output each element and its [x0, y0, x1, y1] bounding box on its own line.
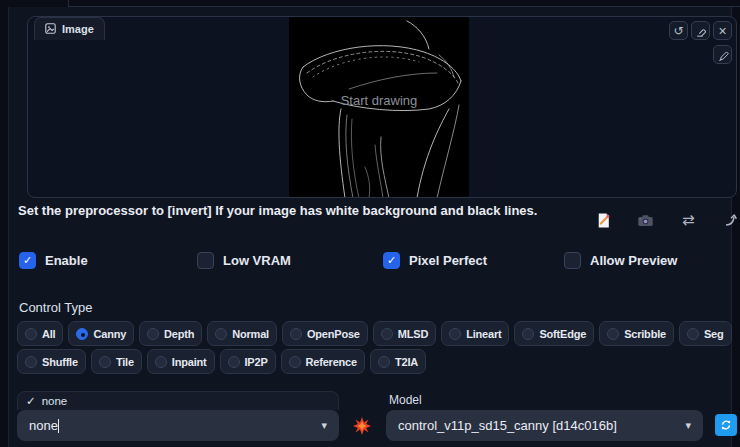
undo-button[interactable]: ↺ [669, 21, 688, 40]
refresh-models-button[interactable] [715, 414, 737, 436]
control-type-lineart[interactable]: Lineart [441, 321, 509, 346]
undo-icon: ↺ [673, 25, 683, 37]
mirror-webcam-button[interactable]: ⇄ [678, 210, 698, 230]
checkbox-allow-preview[interactable]: Allow Preview [564, 252, 677, 269]
radio-icon[interactable] [522, 328, 534, 340]
pixel-perfect-checkbox-box[interactable]: ✓ [383, 252, 400, 269]
enable-label: Enable [45, 253, 88, 268]
pen-icon [717, 49, 729, 61]
pixel-perfect-label: Pixel Perfect [409, 253, 487, 268]
tab-image-label: Image [62, 23, 94, 35]
edit-brush-button[interactable] [713, 45, 732, 64]
webcam-icon [637, 212, 654, 229]
enable-checkbox-box[interactable]: ✓ [19, 252, 36, 269]
control-type-row-2: Shuffle Tile Inpaint IP2P Reference T2IA [17, 349, 426, 374]
model-dropdown[interactable]: control_v11p_sd15_canny [d14c016b] ▾ [386, 410, 703, 441]
check-icon: ✓ [387, 254, 396, 267]
control-type-normal[interactable]: Normal [207, 321, 277, 346]
preprocessor-value: none [29, 418, 58, 433]
control-type-t2ia[interactable]: T2IA [370, 349, 426, 374]
image-component[interactable]: Image [27, 16, 737, 198]
allow-preview-label: Allow Preview [590, 253, 677, 268]
send-dimensions-icon [723, 212, 739, 228]
control-type-tile[interactable]: Tile [91, 349, 142, 374]
control-type-openpose[interactable]: OpenPose [282, 321, 368, 346]
preprocessor-note: Set the preprocessor to [invert] If your… [18, 203, 537, 218]
radio-icon[interactable] [228, 356, 240, 368]
allow-preview-checkbox-box[interactable] [564, 252, 581, 269]
radio-icon[interactable] [25, 356, 37, 368]
image-icon [45, 23, 56, 34]
control-type-shuffle[interactable]: Shuffle [17, 349, 86, 374]
close-button[interactable]: × [713, 21, 732, 40]
control-type-inpaint[interactable]: Inpaint [147, 349, 215, 374]
radio-icon[interactable] [687, 328, 699, 340]
control-type-canny[interactable]: Canny [68, 321, 134, 346]
radio-icon[interactable] [289, 356, 301, 368]
control-type-ip2p[interactable]: IP2P [220, 349, 276, 374]
radio-icon[interactable] [378, 356, 390, 368]
radio-icon[interactable] [155, 356, 167, 368]
control-type-label: Control Type [19, 300, 92, 315]
canvas-toolbar: ↺ × [669, 21, 732, 40]
controlnet-panel: Image [0, 0, 740, 447]
checkbox-pixel-perfect[interactable]: ✓ Pixel Perfect [383, 252, 487, 269]
control-type-depth[interactable]: Depth [139, 321, 202, 346]
send-dimensions-button[interactable] [721, 210, 740, 230]
control-type-scribble[interactable]: Scribble [599, 321, 674, 346]
check-icon: ✓ [26, 394, 36, 408]
drawing-canvas[interactable]: Start drawing [289, 17, 469, 197]
radio-icon[interactable] [99, 356, 111, 368]
radio-icon[interactable] [607, 328, 619, 340]
eraser-button[interactable] [691, 21, 710, 40]
canvas-placeholder: Start drawing [289, 93, 469, 108]
control-type-row-1: All Canny Depth Normal OpenPose MLSD Lin… [17, 321, 732, 346]
webcam-button[interactable] [636, 210, 656, 230]
radio-icon[interactable] [290, 328, 302, 340]
radio-icon[interactable] [449, 328, 461, 340]
close-icon: × [718, 24, 726, 38]
radio-icon[interactable] [147, 328, 159, 340]
preprocessor-status-label: none [42, 395, 68, 407]
radio-checked-icon[interactable] [76, 328, 88, 340]
low-vram-label: Low VRAM [223, 253, 291, 268]
control-type-all[interactable]: All [17, 321, 63, 346]
radio-icon[interactable] [215, 328, 227, 340]
run-preprocessor-button[interactable] [352, 416, 372, 436]
model-value: control_v11p_sd15_canny [d14c016b] [398, 418, 617, 433]
refresh-icon [719, 418, 733, 432]
eraser-icon [695, 25, 707, 37]
control-type-seg[interactable]: Seg [679, 321, 732, 346]
mirror-webcam-icon: ⇄ [682, 211, 695, 229]
check-icon: ✓ [23, 254, 32, 267]
text-cursor [58, 419, 59, 433]
new-canvas-button[interactable] [593, 210, 613, 230]
preprocessor-status: ✓ none [17, 391, 339, 410]
explosion-icon [352, 416, 372, 436]
control-type-reference[interactable]: Reference [281, 349, 365, 374]
note-icon-row: ⇄ [593, 210, 740, 230]
checkbox-low-vram[interactable]: Low VRAM [197, 252, 291, 269]
chevron-down-icon[interactable]: ▾ [685, 419, 691, 432]
radio-icon[interactable] [25, 328, 37, 340]
checkbox-enable[interactable]: ✓ Enable [19, 252, 88, 269]
radio-icon[interactable] [381, 328, 393, 340]
control-type-mlsd[interactable]: MLSD [373, 321, 436, 346]
chevron-down-icon[interactable]: ▾ [321, 419, 327, 432]
low-vram-checkbox-box[interactable] [197, 252, 214, 269]
control-type-softedge[interactable]: SoftEdge [514, 321, 594, 346]
new-canvas-icon [595, 212, 612, 229]
model-label: Model [389, 393, 422, 407]
controlnet-unit-panel: Image [8, 7, 732, 447]
preprocessor-dropdown[interactable]: none ▾ [17, 410, 339, 441]
tab-image[interactable]: Image [34, 17, 105, 40]
